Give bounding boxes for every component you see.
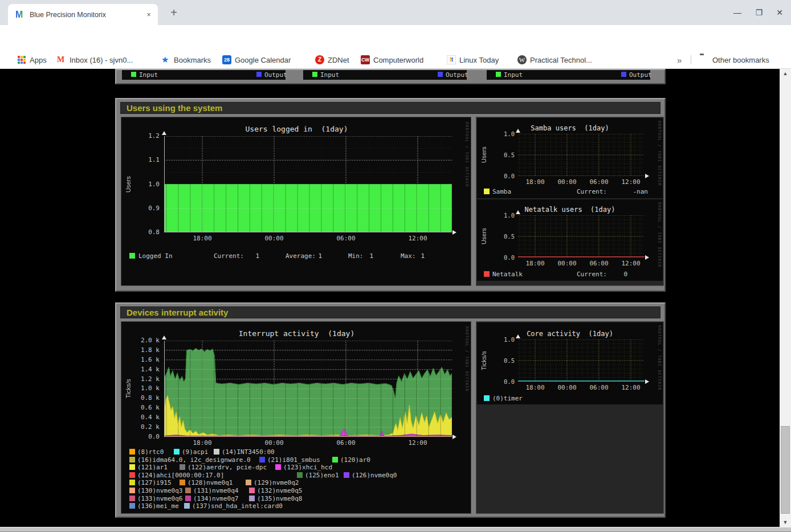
bookmark-bookmarks[interactable]: ★ Bookmarks	[161, 51, 211, 68]
network-graph-partial[interactable]: Input Output	[487, 70, 650, 80]
network-graph-partial[interactable]: Input Output	[122, 70, 286, 80]
gmail-icon: M	[57, 55, 66, 64]
legend-item: (127)i915	[137, 479, 172, 486]
input-legend-label: Input	[320, 71, 339, 79]
x-tick: 18:00	[525, 178, 544, 186]
scrollbar-up-icon[interactable]: ▲	[780, 69, 791, 78]
bookmarks-bar: Apps M Inbox (16) - sjvn0... ★ Bookmarks…	[0, 51, 791, 69]
legend-item: (136)mei_me	[137, 502, 179, 510]
legend-swatch	[129, 449, 135, 455]
window-minimize-button[interactable]: —	[731, 7, 744, 18]
graph-title: Netatalk users (1day)	[507, 206, 633, 214]
legend-swatch	[185, 496, 191, 501]
core-activity-graph[interactable]: Core activity (1day) Ticks/s 1.00.50.0 1…	[477, 322, 663, 404]
network-graph-partial[interactable]: Input Output	[303, 70, 467, 80]
zdnet-icon: Z	[315, 55, 324, 64]
tab-strip: M Blue Precision Monitorix × + — ❐ ✕	[0, 0, 791, 25]
window-maximize-button[interactable]: ❐	[753, 7, 765, 18]
output-legend-label: Output	[629, 71, 652, 79]
bookmark-practical-technology[interactable]: W Practical Technol...	[517, 51, 592, 68]
rrdtool-watermark: RRDTOOL / TOBI OETIKER	[657, 121, 662, 186]
legend-swatch	[214, 449, 219, 455]
legend-swatch	[275, 464, 281, 470]
legend-item: (129)nvme0q2	[254, 479, 299, 486]
new-tab-button[interactable]: +	[167, 6, 181, 20]
output-legend-swatch	[438, 72, 443, 77]
legend-item: (121)ar1	[137, 464, 168, 471]
section-title: Devices interrupt activity	[120, 306, 660, 318]
output-legend-swatch	[621, 72, 626, 77]
rrdtool-watermark: RRDTOOL / TOBI OETIKER	[464, 326, 469, 392]
scrollbar-thumb[interactable]	[781, 426, 790, 514]
x-tick: 12:00	[408, 235, 427, 242]
other-bookmarks-folder[interactable]: Other bookmarks	[700, 51, 769, 68]
scrollbar-down-icon[interactable]: ▼	[780, 518, 791, 527]
legend-item: (134)nvme0q7	[193, 495, 238, 502]
output-legend-label: Output	[446, 71, 468, 79]
bookmark-linux-today[interactable]: lt Linux Today	[447, 51, 499, 68]
legend-item: (135)nvme0q8	[257, 495, 302, 502]
legend-item: (14)INT3450:00	[222, 448, 275, 456]
stat-value: 1	[347, 252, 373, 260]
tab-close-icon[interactable]: ×	[144, 10, 154, 20]
legend-swatch	[129, 472, 135, 478]
browser-tab[interactable]: M Blue Precision Monitorix ×	[8, 4, 158, 25]
legend-item: (131)nvme0q4	[193, 487, 238, 494]
output-legend-swatch	[256, 72, 262, 77]
netatalk-plot-area	[518, 215, 645, 257]
tab-title: Blue Precision Monitorix	[30, 11, 139, 19]
bookmark-apps[interactable]: Apps	[17, 51, 47, 68]
samba-users-graph[interactable]: Samba users (1day) Users 1.00.50.0 18:00…	[477, 118, 663, 198]
axis-arrow-right-icon	[645, 379, 649, 384]
interrupt-activity-graph[interactable]: Interrupt activity (1day) Ticks/s 2.0 k1…	[121, 321, 471, 514]
axis-arrow-right-icon	[452, 230, 456, 235]
section-title: Users using the system	[120, 102, 660, 114]
users-plot-area	[164, 136, 452, 232]
legend-item: (9)acpi	[182, 448, 208, 456]
computerworld-icon: CW	[361, 55, 370, 64]
graph-title: Interrupt activity (1day)	[153, 329, 441, 338]
legend-item: (122)aerdrv, pcie-dpc	[187, 464, 267, 471]
legend-item: (16)idma64.0, i2c_designware.0	[137, 456, 251, 464]
netatalk-users-graph[interactable]: Netatalk users (1day) Users 1.00.50.0 18…	[477, 199, 663, 281]
legend-swatch	[129, 480, 135, 485]
legend-item: (128)nvme0q1	[187, 479, 233, 486]
monitorix-favicon-icon: M	[15, 10, 25, 19]
stat-value: 1	[296, 252, 322, 260]
y-axis-label: Ticks/s	[480, 339, 487, 382]
bookmark-label: Bookmarks	[174, 56, 211, 64]
folder-icon	[700, 55, 709, 64]
legend-swatch	[249, 488, 255, 493]
bookmark-computerworld[interactable]: CW Computerworld	[361, 51, 423, 68]
legend-item: (132)nvme0q5	[257, 487, 302, 494]
bookmark-zdnet[interactable]: Z ZDNet	[315, 51, 349, 68]
wordpress-icon: W	[517, 55, 527, 64]
users-logged-in-graph[interactable]: Users logged in (1day) Users 1.21.11.00.…	[121, 117, 471, 286]
stat-value: 0	[589, 271, 627, 278]
bookmark-google-calendar[interactable]: 28 Google Calendar	[222, 51, 291, 68]
legend-swatch	[297, 472, 303, 478]
scrollbar[interactable]: ▲ ▼	[780, 69, 791, 527]
legend-swatch	[332, 457, 338, 463]
legend-label: Logged In	[138, 252, 173, 260]
x-tick: 00:00	[557, 178, 576, 186]
interrupt-plot-area	[164, 341, 452, 437]
bookmarks-overflow-chevron-icon[interactable]: »	[677, 51, 682, 68]
interrupt-right-column: Core activity (1day) Ticks/s 1.00.50.0 1…	[476, 321, 664, 514]
output-legend-label: Output	[264, 71, 287, 79]
x-tick: 06:00	[336, 439, 355, 447]
bookmark-label: Computerworld	[373, 56, 423, 64]
stat-key: Current:	[577, 188, 607, 195]
axis-arrow-right-icon	[645, 174, 649, 178]
stat-value: 1	[233, 252, 259, 260]
legend-item: (125)eno1	[305, 472, 339, 479]
bookmark-inbox[interactable]: M Inbox (16) - sjvn0...	[57, 51, 133, 68]
x-tick: 18:00	[525, 260, 544, 267]
legend-item: (133)nvme0q6	[137, 495, 182, 502]
window-close-button[interactable]: ✕	[773, 7, 786, 18]
legend-swatch	[174, 449, 180, 455]
calendar-icon: 28	[222, 55, 231, 64]
top-cutoff-section: Input Output Input Output Input Output	[115, 69, 666, 84]
stat-value: -nan	[609, 188, 648, 195]
rrdtool-watermark: RRDTOOL / TOBI OETIKER	[464, 122, 469, 187]
